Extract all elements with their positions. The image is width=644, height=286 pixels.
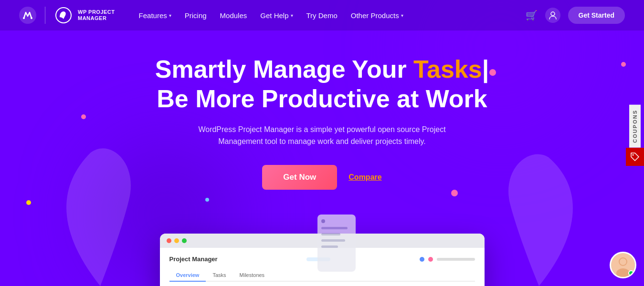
- sp-bar-3: [321, 239, 345, 242]
- wp-project-manager-logo-icon: [54, 7, 73, 24]
- hero-subtitle: WordPress Project Manager is a simple ye…: [179, 123, 465, 148]
- logo-text-line2: MANAGER: [78, 15, 115, 21]
- hero-title: Smartly Manage Your Tasks| Be More Produ…: [155, 54, 489, 114]
- svg-point-2: [31, 17, 32, 19]
- sp-bar-1: [321, 227, 348, 229]
- hero-cursor: |: [482, 55, 489, 83]
- status-dot-blue: [420, 257, 424, 262]
- chevron-down-icon-2: ▾: [291, 13, 293, 18]
- hero-section: Smartly Manage Your Tasks| Be More Produ…: [0, 31, 644, 218]
- traffic-dot-red: [167, 238, 171, 243]
- svg-point-4: [551, 12, 555, 16]
- get-started-button[interactable]: Get Started: [568, 7, 625, 24]
- nav-modules[interactable]: Modules: [220, 11, 247, 20]
- traffic-dot-yellow: [174, 238, 179, 243]
- navbar: WP PROJECT MANAGER Features ▾ Pricing Mo…: [0, 0, 644, 31]
- user-icon[interactable]: [545, 8, 560, 23]
- nav-other-products[interactable]: Other Products ▾: [351, 11, 403, 20]
- hero-buttons: Get Now Compare: [262, 165, 381, 190]
- mockup-side-panel: [317, 214, 356, 272]
- logo-divider: [45, 7, 45, 24]
- compare-link[interactable]: Compare: [348, 173, 381, 182]
- sp-dot: [321, 219, 325, 223]
- svg-point-9: [620, 258, 626, 265]
- sp-bar-4: [321, 245, 338, 248]
- nav-links: Features ▾ Pricing Modules Get Help ▾ Tr…: [139, 11, 526, 20]
- nav-features[interactable]: Features ▾: [139, 11, 171, 20]
- chat-avatar[interactable]: [610, 252, 636, 278]
- nav-get-help[interactable]: Get Help ▾: [260, 11, 293, 20]
- cart-icon[interactable]: 🛒: [526, 10, 538, 21]
- mockup-title-text: Project Manager: [169, 255, 218, 263]
- status-dot-pink: [428, 257, 433, 262]
- status-bar: [437, 258, 475, 261]
- nav-actions: 🛒 Get Started: [526, 7, 625, 24]
- chevron-down-icon-3: ▾: [401, 13, 403, 18]
- nav-try-demo[interactable]: Try Demo: [306, 11, 338, 20]
- hero-highlight: Tasks: [413, 55, 482, 83]
- get-now-button[interactable]: Get Now: [262, 165, 337, 190]
- nav-pricing[interactable]: Pricing: [185, 11, 207, 20]
- svg-point-1: [23, 17, 25, 19]
- logo[interactable]: WP PROJECT MANAGER: [19, 7, 115, 24]
- mockup-tab-tasks[interactable]: Tasks: [206, 269, 232, 281]
- sp-bar-2: [321, 233, 340, 235]
- chevron-down-icon: ▾: [169, 13, 171, 18]
- traffic-dot-green: [182, 238, 187, 243]
- mockup-tab-overview[interactable]: Overview: [169, 269, 206, 282]
- mockup-status-dots: [420, 257, 475, 262]
- mockup-tab-milestones[interactable]: Milestones: [233, 269, 272, 281]
- avatar-online-indicator: [628, 270, 634, 276]
- logo-icon: [19, 7, 36, 24]
- logo-text-line1: WP PROJECT: [78, 9, 115, 15]
- app-mockup: Project Manager Overview Tasks Milestone…: [160, 234, 485, 286]
